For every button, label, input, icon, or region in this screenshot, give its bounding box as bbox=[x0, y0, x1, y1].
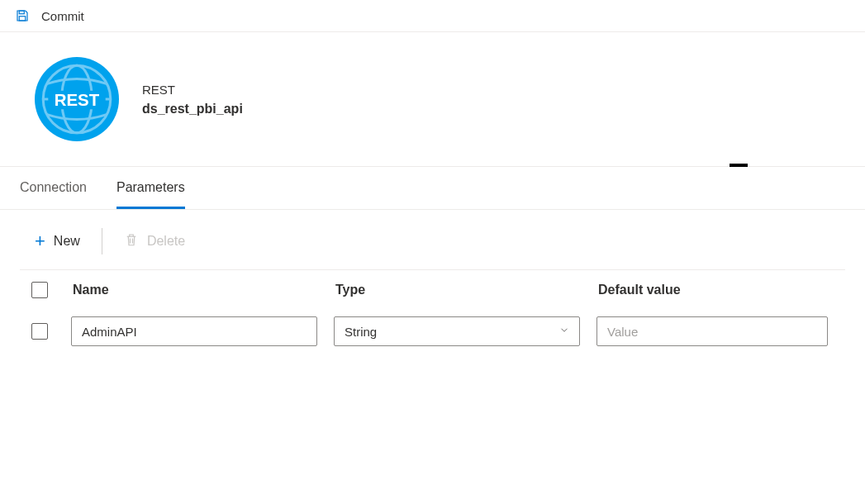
top-bar: Commit bbox=[0, 0, 865, 32]
parameters-toolbar: + New Delete bbox=[0, 210, 865, 269]
commit-button[interactable]: Commit bbox=[41, 9, 84, 23]
trash-icon bbox=[124, 231, 139, 251]
param-name-input[interactable] bbox=[71, 316, 317, 346]
column-header-default-value: Default value bbox=[596, 283, 844, 297]
dataset-type-label: REST bbox=[142, 83, 243, 97]
svg-text:REST: REST bbox=[55, 91, 100, 109]
row-checkbox[interactable] bbox=[31, 323, 48, 340]
marker-icon bbox=[730, 164, 748, 167]
tab-connection[interactable]: Connection bbox=[20, 167, 87, 209]
table-header-row: Name Type Default value bbox=[20, 270, 845, 310]
svg-rect-1 bbox=[19, 17, 26, 21]
tabs: Connection Parameters bbox=[0, 166, 865, 210]
plus-icon: + bbox=[35, 232, 45, 250]
column-header-name: Name bbox=[71, 283, 334, 297]
dataset-header: REST REST ds_rest_pbi_api bbox=[0, 32, 865, 166]
save-icon[interactable] bbox=[15, 8, 30, 23]
delete-button[interactable]: Delete bbox=[117, 228, 192, 254]
new-button[interactable]: + New bbox=[28, 229, 87, 254]
column-header-type: Type bbox=[334, 283, 596, 297]
svg-rect-0 bbox=[19, 11, 24, 14]
parameters-table: Name Type Default value String bbox=[20, 269, 845, 353]
rest-service-icon: REST bbox=[35, 57, 119, 141]
param-default-value-input[interactable] bbox=[596, 316, 828, 346]
delete-button-label: Delete bbox=[147, 234, 185, 249]
new-button-label: New bbox=[54, 234, 80, 249]
table-row: String bbox=[20, 310, 845, 353]
tab-parameters[interactable]: Parameters bbox=[116, 167, 185, 209]
toolbar-divider bbox=[102, 228, 102, 254]
dataset-info: REST ds_rest_pbi_api bbox=[142, 83, 243, 116]
select-all-checkbox[interactable] bbox=[31, 282, 48, 298]
param-type-select[interactable]: String bbox=[334, 316, 580, 346]
dataset-name: ds_rest_pbi_api bbox=[142, 102, 243, 116]
